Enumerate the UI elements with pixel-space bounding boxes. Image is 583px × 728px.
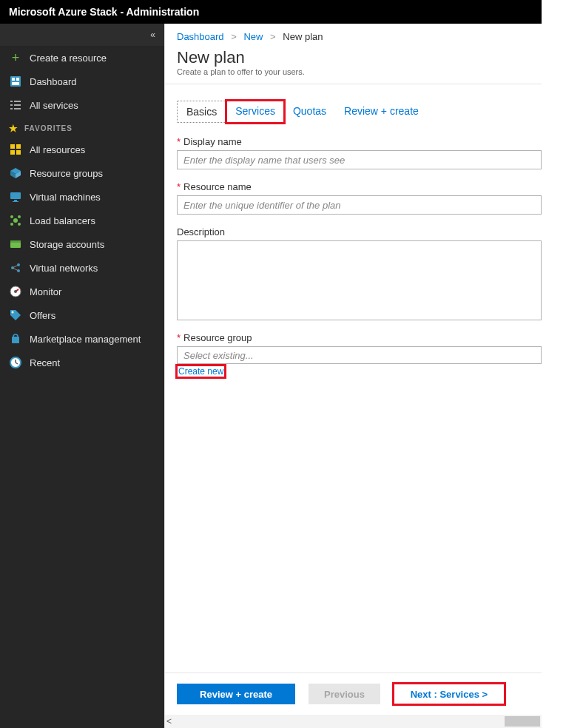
svg-rect-36 bbox=[12, 337, 19, 343]
resource-group-select[interactable]: Select existing... bbox=[177, 346, 542, 364]
sidebar-item-offers[interactable]: Offers bbox=[0, 303, 164, 327]
scrollbar-thumb[interactable] bbox=[505, 716, 540, 727]
field-display-name: *Display name Enter the display name tha… bbox=[177, 136, 542, 169]
storage-icon bbox=[9, 237, 22, 251]
svg-rect-5 bbox=[14, 101, 21, 102]
sidebar-item-all-resources[interactable]: All resources bbox=[0, 138, 164, 161]
svg-rect-1 bbox=[12, 78, 15, 81]
review-create-button[interactable]: Review + create bbox=[177, 684, 295, 704]
display-name-input[interactable]: Enter the display name that users see bbox=[177, 150, 542, 169]
chevron-right-icon: > bbox=[231, 31, 237, 42]
topbar: Microsoft Azure Stack - Administration bbox=[0, 0, 542, 24]
svg-rect-13 bbox=[16, 150, 21, 155]
resource-group-label: Resource group bbox=[183, 332, 252, 343]
svg-rect-3 bbox=[12, 82, 19, 85]
svg-point-35 bbox=[12, 311, 14, 314]
display-name-label: Display name bbox=[183, 136, 242, 147]
description-label: Description bbox=[177, 226, 225, 237]
star-icon: ★ bbox=[9, 123, 18, 134]
svg-point-23 bbox=[10, 223, 13, 226]
favorites-label: FAVORITES bbox=[24, 124, 73, 132]
breadcrumb: Dashboard > New > New plan bbox=[165, 24, 542, 45]
footer-actions: Review + create Previous Next : Services… bbox=[165, 673, 542, 715]
tab-review-create[interactable]: Review + create bbox=[335, 101, 428, 123]
svg-rect-10 bbox=[10, 144, 15, 149]
svg-point-24 bbox=[18, 223, 21, 226]
sidebar-item-storage-accounts[interactable]: Storage accounts bbox=[0, 232, 164, 256]
sidebar-label: All resources bbox=[30, 144, 85, 155]
svg-rect-4 bbox=[10, 101, 13, 102]
favorites-header: ★ FAVORITES bbox=[0, 118, 164, 138]
sidebar-item-virtual-networks[interactable]: Virtual networks bbox=[0, 256, 164, 280]
page-subtitle: Create a plan to offer to your users. bbox=[165, 67, 542, 84]
sidebar-label: Recent bbox=[30, 357, 60, 368]
svg-rect-19 bbox=[13, 201, 18, 202]
sidebar-item-load-balancers[interactable]: Load balancers bbox=[0, 209, 164, 232]
create-new-link[interactable]: Create new bbox=[177, 365, 225, 377]
svg-rect-12 bbox=[10, 150, 15, 155]
svg-line-31 bbox=[13, 268, 18, 271]
horizontal-scrollbar[interactable]: < bbox=[165, 715, 542, 728]
sidebar-label: Virtual machines bbox=[30, 192, 101, 203]
chevron-right-icon: > bbox=[270, 31, 276, 42]
gauge-icon bbox=[9, 285, 22, 298]
field-resource-name: *Resource name Enter the unique identifi… bbox=[177, 181, 542, 215]
network-icon bbox=[9, 261, 22, 274]
resource-name-input[interactable]: Enter the unique identifier of the plan bbox=[177, 195, 542, 215]
sidebar-item-recent[interactable]: Recent bbox=[0, 351, 164, 374]
svg-rect-8 bbox=[10, 108, 13, 109]
previous-button: Previous bbox=[309, 684, 380, 704]
field-description: Description bbox=[177, 226, 542, 320]
svg-line-30 bbox=[13, 265, 18, 268]
load-balancer-icon bbox=[9, 214, 22, 227]
tab-basics[interactable]: Basics bbox=[177, 101, 226, 123]
sidebar-label: Dashboard bbox=[30, 76, 77, 87]
sidebar-item-all-services[interactable]: All services bbox=[0, 93, 164, 117]
description-textarea[interactable] bbox=[177, 240, 542, 320]
field-resource-group: *Resource group Select existing... Creat… bbox=[177, 332, 542, 377]
dashboard-icon bbox=[9, 75, 22, 88]
tab-quotas[interactable]: Quotas bbox=[284, 101, 335, 123]
breadcrumb-link-dashboard[interactable]: Dashboard bbox=[177, 31, 224, 42]
sidebar-label: Monitor bbox=[30, 286, 61, 297]
svg-point-20 bbox=[13, 218, 18, 223]
sidebar-item-virtual-machines[interactable]: Virtual machines bbox=[0, 185, 164, 209]
breadcrumb-link-new[interactable]: New bbox=[243, 31, 263, 42]
form-content: Basics Services Quotas Review + create *… bbox=[165, 84, 542, 673]
sidebar-label: Load balancers bbox=[30, 215, 95, 226]
svg-rect-2 bbox=[16, 78, 19, 81]
svg-point-22 bbox=[18, 215, 21, 218]
placeholder-text: Enter the unique identifier of the plan bbox=[183, 200, 340, 211]
tabs: Basics Services Quotas Review + create bbox=[177, 101, 542, 123]
svg-rect-18 bbox=[14, 200, 17, 201]
svg-rect-26 bbox=[10, 240, 21, 243]
placeholder-text: Select existing... bbox=[183, 350, 254, 361]
cube-icon bbox=[9, 166, 22, 180]
bag-icon bbox=[9, 332, 22, 346]
sidebar-collapse-button[interactable]: « bbox=[0, 24, 164, 46]
sidebar-label: Virtual networks bbox=[30, 263, 98, 274]
sidebar-label: Create a resource bbox=[30, 53, 107, 64]
sidebar-item-dashboard[interactable]: Dashboard bbox=[0, 70, 164, 93]
sidebar-label: Resource groups bbox=[30, 168, 103, 179]
grid-icon bbox=[9, 143, 22, 156]
resource-name-label: Resource name bbox=[183, 181, 252, 192]
chevron-left-icon: < bbox=[166, 716, 172, 727]
svg-point-21 bbox=[10, 215, 13, 218]
svg-rect-17 bbox=[10, 192, 21, 199]
monitor-icon bbox=[9, 190, 22, 203]
next-services-button[interactable]: Next : Services > bbox=[394, 684, 505, 704]
sidebar-label: All services bbox=[30, 100, 78, 111]
svg-rect-6 bbox=[10, 104, 13, 106]
sidebar-item-resource-groups[interactable]: Resource groups bbox=[0, 161, 164, 185]
create-resource-button[interactable]: + Create a resource bbox=[0, 46, 164, 70]
sidebar: « + Create a resource Dashboard All serv… bbox=[0, 24, 164, 728]
sidebar-item-marketplace[interactable]: Marketplace management bbox=[0, 327, 164, 351]
list-icon bbox=[9, 98, 22, 112]
app-title: Microsoft Azure Stack - Administration bbox=[9, 6, 199, 18]
sidebar-label: Storage accounts bbox=[30, 239, 104, 250]
svg-rect-9 bbox=[14, 108, 21, 109]
tab-services[interactable]: Services bbox=[226, 101, 284, 123]
sidebar-item-monitor[interactable]: Monitor bbox=[0, 280, 164, 303]
svg-rect-7 bbox=[14, 104, 21, 106]
